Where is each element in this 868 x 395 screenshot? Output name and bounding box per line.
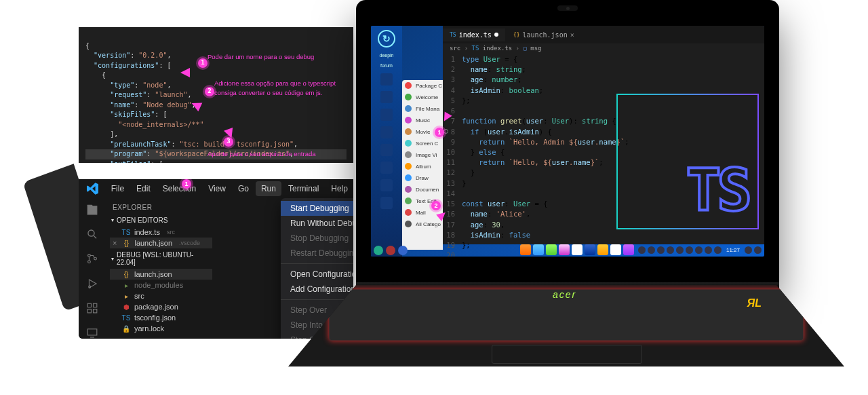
app-category[interactable]: Welcome — [402, 92, 443, 103]
launcher-icon[interactable] — [380, 91, 393, 103]
dock-icon[interactable] — [533, 244, 544, 255]
json-file-icon: {} — [513, 32, 520, 38]
menu-view[interactable]: View — [203, 181, 231, 196]
svg-point-0 — [88, 230, 94, 236]
open-editor-index[interactable]: TSindex.tssrc — [110, 227, 212, 238]
laptop-frame: ↻ deepin forum Package CWelcomeFile Mana… — [356, 0, 779, 285]
launcher-icon[interactable] — [380, 162, 393, 174]
category-icon — [405, 105, 412, 112]
app-category[interactable]: Draw — [402, 172, 443, 184]
launcher-icon[interactable] — [380, 126, 393, 138]
app-category[interactable]: Screen C — [402, 138, 443, 149]
vscode-editor: TS index.ts {} launch.json × src › TS in… — [443, 26, 764, 244]
laptop: ↻ deepin forum Package CWelcomeFile Mana… — [288, 0, 797, 395]
dock-icon[interactable] — [610, 244, 621, 255]
breadcrumb[interactable]: src › TS index.ts › ▢ msg — [443, 43, 764, 53]
launcher-icon[interactable] — [380, 179, 393, 191]
tray-icon[interactable] — [676, 246, 684, 254]
launcher-icon[interactable] — [380, 109, 393, 121]
tray-icon[interactable] — [705, 246, 712, 254]
folder-icon: ▸ — [122, 281, 130, 289]
dock-icon[interactable] — [520, 244, 531, 255]
deepin-logo-icon[interactable]: ↻ — [378, 30, 395, 48]
menu-go[interactable]: Go — [233, 181, 254, 196]
explorer-header: EXPLORER — [110, 201, 212, 214]
menu-run[interactable]: Run — [256, 181, 281, 196]
tray-icon[interactable] — [714, 246, 722, 254]
category-icon — [405, 186, 412, 193]
app-category[interactable]: Package C — [402, 80, 443, 92]
ts-file-icon: TS — [472, 45, 479, 52]
close-tab-icon[interactable]: × — [570, 31, 574, 39]
ts-badge: TS — [616, 94, 759, 229]
tray-icon[interactable] — [695, 246, 703, 254]
app-icon[interactable] — [398, 246, 408, 255]
menu-edit[interactable]: Edit — [131, 181, 156, 196]
category-icon — [405, 151, 412, 158]
launcher-icon[interactable] — [380, 144, 393, 156]
launcher-icon[interactable] — [380, 197, 393, 209]
svg-point-3 — [94, 258, 97, 261]
arrow-1-icon — [180, 68, 190, 77]
remote-icon[interactable] — [85, 326, 100, 339]
app-category[interactable]: Documen — [402, 184, 443, 195]
clock[interactable]: 11:27 — [724, 247, 743, 253]
tree-launch[interactable]: {}launch.json — [110, 269, 212, 280]
app-category[interactable]: File Mana — [402, 103, 443, 115]
tree-package[interactable]: ⬢package.json — [110, 301, 212, 312]
svg-point-2 — [88, 261, 91, 263]
power-icon[interactable] — [374, 246, 383, 255]
app-category[interactable]: Music — [402, 115, 443, 126]
tree-tsconfig[interactable]: TStsconfig.json — [110, 312, 212, 323]
category-icon — [405, 128, 412, 135]
tab-launch[interactable]: {} launch.json × — [507, 29, 581, 41]
search-icon[interactable] — [85, 228, 100, 240]
menu-selection[interactable]: Selection — [157, 181, 201, 196]
extensions-icon[interactable] — [85, 302, 100, 314]
open-editor-launch[interactable]: ×{}launch.json.vscode — [110, 238, 212, 248]
svg-point-1 — [88, 255, 91, 257]
tab-index[interactable]: TS index.ts — [443, 29, 505, 41]
npm-icon: ⬢ — [122, 303, 130, 311]
dock-icon[interactable] — [597, 244, 608, 255]
activity-bar — [79, 198, 106, 339]
tray-icon[interactable] — [657, 246, 665, 254]
tray-icon[interactable] — [648, 246, 655, 254]
variable-icon: ▢ — [523, 45, 526, 52]
tray-icon[interactable] — [745, 246, 752, 254]
dock-icon[interactable] — [572, 244, 583, 255]
category-icon — [405, 140, 412, 147]
close-editor-icon[interactable]: × — [113, 239, 117, 247]
category-icon — [405, 117, 412, 124]
debug-icon[interactable] — [85, 278, 100, 290]
tree-src[interactable]: ▸src — [110, 290, 212, 301]
breakpoint-unverified-icon[interactable] — [443, 129, 448, 134]
json-file-icon: {} — [122, 239, 130, 247]
tray-icon[interactable] — [638, 246, 646, 254]
source-control-icon[interactable] — [85, 252, 100, 265]
tray-icon[interactable] — [686, 246, 693, 254]
unsaved-dot-icon — [494, 33, 498, 37]
menu-file[interactable]: File — [106, 181, 130, 196]
launcher-icon[interactable] — [380, 73, 393, 86]
section-debug[interactable]: ▾DEBUG [WSL: UBUNTU-22.04] — [110, 248, 212, 269]
section-open-editors[interactable]: ▾OPEN EDITORS — [110, 214, 212, 227]
tray-icon[interactable] — [667, 246, 674, 254]
dock-icon[interactable] — [585, 244, 595, 255]
svg-rect-5 — [87, 303, 91, 307]
svg-rect-8 — [94, 309, 97, 312]
callout-2: 2 — [205, 87, 214, 96]
editor-tabs: TS index.ts {} launch.json × — [443, 26, 764, 43]
app-category[interactable]: All Catego — [402, 219, 443, 230]
tree-node-modules[interactable]: ▸node_modules — [110, 280, 212, 290]
dock-icon[interactable] — [559, 244, 570, 255]
dock-icon[interactable] — [546, 244, 557, 255]
app-icon[interactable] — [386, 246, 395, 255]
app-category[interactable]: Album — [402, 161, 443, 172]
svg-point-4 — [89, 286, 91, 288]
tray-icon[interactable] — [754, 246, 762, 254]
dock-icon[interactable] — [623, 244, 634, 255]
tree-yarnlock[interactable]: 🔒yarn.lock — [110, 323, 212, 334]
explorer-icon[interactable] — [85, 204, 100, 216]
app-category[interactable]: Image Vi — [402, 149, 443, 161]
